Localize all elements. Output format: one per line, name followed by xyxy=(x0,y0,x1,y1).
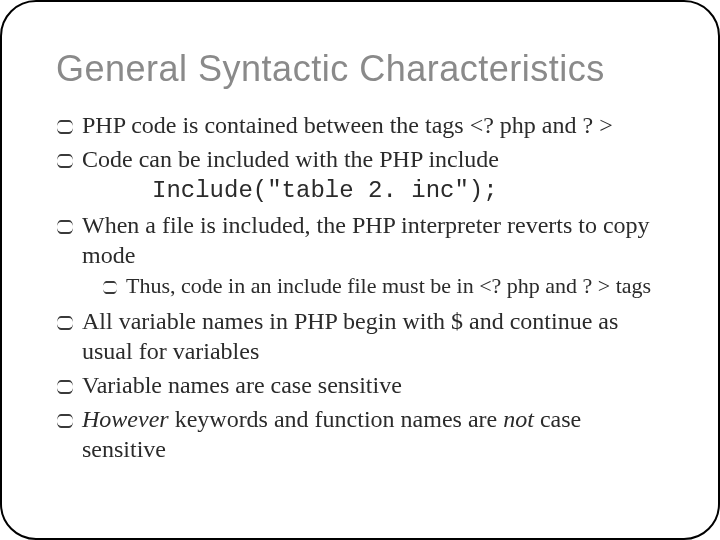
bullet-item: When a file is included, the PHP interpr… xyxy=(56,210,664,300)
bullet-text: All variable names in PHP begin with $ a… xyxy=(82,308,618,364)
bullet-item: Variable names are case sensitive xyxy=(56,370,664,400)
sub-bullet-item: Thus, code in an include file must be in… xyxy=(102,272,664,300)
bullet-item: However keywords and function names are … xyxy=(56,404,664,464)
bullet-text: Code can be included with the PHP includ… xyxy=(82,146,499,172)
bullet-text: When a file is included, the PHP interpr… xyxy=(82,212,650,268)
italic-text: However xyxy=(82,406,169,432)
bullet-text: keywords and function names are xyxy=(169,406,504,432)
bullet-item: PHP code is contained between the tags <… xyxy=(56,110,664,140)
italic-text: not xyxy=(503,406,534,432)
bullet-text: Thus, code in an include file must be in… xyxy=(126,273,651,298)
bullet-list: PHP code is contained between the tags <… xyxy=(56,110,664,464)
bullet-text: PHP code is contained between the tags <… xyxy=(82,112,613,138)
code-line: Include("table 2. inc"); xyxy=(152,176,664,206)
bullet-text: Variable names are case sensitive xyxy=(82,372,402,398)
slide-frame: General Syntactic Characteristics PHP co… xyxy=(0,0,720,540)
slide-title: General Syntactic Characteristics xyxy=(56,48,664,90)
bullet-item: Code can be included with the PHP includ… xyxy=(56,144,664,206)
bullet-item: All variable names in PHP begin with $ a… xyxy=(56,306,664,366)
sub-bullet-list: Thus, code in an include file must be in… xyxy=(102,272,664,300)
